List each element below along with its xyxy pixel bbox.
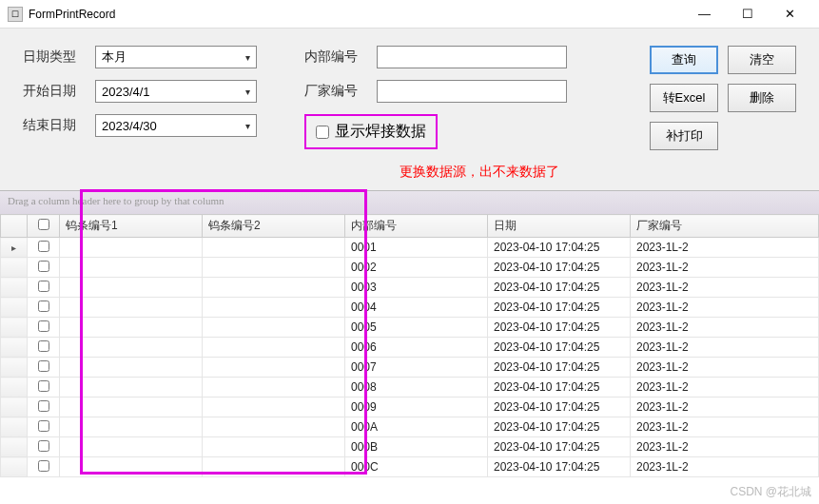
cell-col1[interactable] [60, 338, 203, 358]
row-checkbox-cell[interactable] [28, 437, 60, 457]
row-checkbox[interactable] [38, 340, 49, 352]
cell-col2[interactable] [203, 378, 345, 397]
date-type-select[interactable]: 本月 ▾ [95, 46, 257, 68]
cell-col1[interactable] [60, 437, 203, 457]
cell-col1[interactable] [60, 298, 203, 318]
cell-col1[interactable] [60, 238, 203, 258]
row-checkbox[interactable] [38, 440, 49, 452]
query-button[interactable]: 查询 [650, 46, 718, 74]
vendor-no-input[interactable] [377, 80, 567, 103]
row-checkbox-cell[interactable] [28, 417, 60, 437]
cell-col1[interactable] [60, 457, 203, 477]
row-checkbox-cell[interactable] [28, 358, 60, 378]
col-header-1[interactable]: 钨条编号1 [60, 215, 203, 238]
delete-button[interactable]: 删除 [728, 84, 796, 112]
cell-inner[interactable]: 0009 [345, 397, 488, 417]
cell-col1[interactable] [60, 258, 203, 278]
row-checkbox[interactable] [38, 320, 49, 332]
cell-col1[interactable] [60, 378, 203, 397]
row-checkbox[interactable] [38, 300, 49, 312]
cell-inner[interactable]: 0004 [345, 298, 488, 318]
table-row[interactable]: ▸00012023-04-10 17:04:252023-1L-2 [1, 238, 819, 258]
reprint-button[interactable]: 补打印 [650, 122, 718, 150]
cell-date[interactable]: 2023-04-10 17:04:25 [488, 278, 631, 298]
select-all-checkbox[interactable] [38, 219, 49, 230]
cell-col2[interactable] [203, 397, 345, 417]
cell-date[interactable]: 2023-04-10 17:04:25 [488, 318, 631, 338]
cell-col1[interactable] [60, 278, 203, 298]
cell-vendor[interactable]: 2023-1L-2 [631, 258, 819, 278]
cell-date[interactable]: 2023-04-10 17:04:25 [488, 338, 631, 358]
table-row[interactable]: 000C2023-04-10 17:04:252023-1L-2 [1, 457, 819, 477]
cell-date[interactable]: 2023-04-10 17:04:25 [488, 238, 631, 258]
cell-date[interactable]: 2023-04-10 17:04:25 [488, 457, 631, 477]
cell-inner[interactable]: 000B [345, 437, 488, 457]
table-row[interactable]: 00062023-04-10 17:04:252023-1L-2 [1, 338, 819, 358]
cell-vendor[interactable]: 2023-1L-2 [631, 338, 819, 358]
grid-scroll[interactable]: 钨条编号1 钨条编号2 内部编号 日期 厂家编号 ▸00012023-04-10… [0, 214, 819, 480]
cell-vendor[interactable]: 2023-1L-2 [631, 238, 819, 258]
row-checkbox[interactable] [38, 420, 49, 432]
cell-date[interactable]: 2023-04-10 17:04:25 [488, 397, 631, 417]
row-checkbox-cell[interactable] [28, 278, 60, 298]
row-checkbox[interactable] [38, 360, 49, 372]
inner-no-input[interactable] [377, 46, 567, 68]
row-checkbox[interactable] [38, 380, 49, 392]
row-checkbox-cell[interactable] [28, 338, 60, 358]
to-excel-button[interactable]: 转Excel [650, 84, 718, 112]
table-row[interactable]: 000A2023-04-10 17:04:252023-1L-2 [1, 417, 819, 437]
cell-col2[interactable] [203, 278, 345, 298]
cell-vendor[interactable]: 2023-1L-2 [631, 318, 819, 338]
table-row[interactable]: 00052023-04-10 17:04:252023-1L-2 [1, 318, 819, 338]
table-row[interactable]: 00042023-04-10 17:04:252023-1L-2 [1, 298, 819, 318]
cell-date[interactable]: 2023-04-10 17:04:25 [488, 358, 631, 378]
row-checkbox[interactable] [38, 281, 49, 292]
start-date-input[interactable]: 2023/4/1 ▾ [95, 80, 257, 103]
cell-inner[interactable]: 0007 [345, 358, 488, 378]
minimize-button[interactable]: — [683, 0, 726, 29]
end-date-input[interactable]: 2023/4/30 ▾ [95, 114, 257, 137]
cell-date[interactable]: 2023-04-10 17:04:25 [488, 258, 631, 278]
group-by-panel[interactable]: Drag a column header here to group by th… [0, 191, 819, 214]
cell-vendor[interactable]: 2023-1L-2 [631, 298, 819, 318]
cell-vendor[interactable]: 2023-1L-2 [631, 417, 819, 437]
row-checkbox-cell[interactable] [28, 298, 60, 318]
cell-col2[interactable] [203, 457, 345, 477]
cell-inner[interactable]: 0006 [345, 338, 488, 358]
cell-inner[interactable]: 000A [345, 417, 488, 437]
cell-col2[interactable] [203, 338, 345, 358]
show-weld-checkbox[interactable] [316, 126, 329, 139]
cell-col2[interactable] [203, 437, 345, 457]
cell-col1[interactable] [60, 358, 203, 378]
row-checkbox-cell[interactable] [28, 318, 60, 338]
cell-inner[interactable]: 0008 [345, 378, 488, 397]
show-weld-checkbox-wrap[interactable]: 显示焊接数据 [304, 114, 438, 149]
row-checkbox[interactable] [38, 241, 49, 252]
row-checkbox-cell[interactable] [28, 397, 60, 417]
cell-col2[interactable] [203, 318, 345, 338]
cell-col2[interactable] [203, 298, 345, 318]
col-header-2[interactable]: 钨条编号2 [203, 215, 345, 238]
cell-vendor[interactable]: 2023-1L-2 [631, 358, 819, 378]
table-row[interactable]: 00092023-04-10 17:04:252023-1L-2 [1, 397, 819, 417]
clear-button[interactable]: 清空 [728, 46, 796, 74]
cell-vendor[interactable]: 2023-1L-2 [631, 457, 819, 477]
cell-inner[interactable]: 0001 [345, 238, 488, 258]
cell-inner[interactable]: 0002 [345, 258, 488, 278]
table-row[interactable]: 000B2023-04-10 17:04:252023-1L-2 [1, 437, 819, 457]
cell-col1[interactable] [60, 417, 203, 437]
cell-vendor[interactable]: 2023-1L-2 [631, 397, 819, 417]
cell-vendor[interactable]: 2023-1L-2 [631, 378, 819, 397]
cell-inner[interactable]: 0005 [345, 318, 488, 338]
row-checkbox-cell[interactable] [28, 457, 60, 477]
table-row[interactable]: 00082023-04-10 17:04:252023-1L-2 [1, 378, 819, 397]
row-checkbox-cell[interactable] [28, 378, 60, 397]
table-row[interactable]: 00022023-04-10 17:04:252023-1L-2 [1, 258, 819, 278]
table-row[interactable]: 00072023-04-10 17:04:252023-1L-2 [1, 358, 819, 378]
row-checkbox[interactable] [38, 400, 49, 412]
cell-date[interactable]: 2023-04-10 17:04:25 [488, 378, 631, 397]
cell-col1[interactable] [60, 318, 203, 338]
cell-col2[interactable] [203, 238, 345, 258]
row-checkbox-cell[interactable] [28, 258, 60, 278]
cell-inner[interactable]: 0003 [345, 278, 488, 298]
